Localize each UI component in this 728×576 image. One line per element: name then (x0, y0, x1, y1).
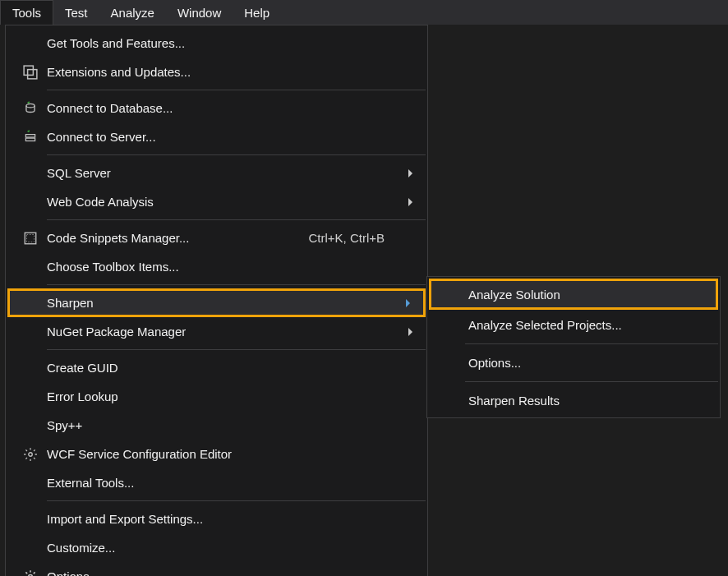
svg-point-2 (26, 104, 35, 108)
menu-separator (465, 343, 718, 344)
menu-item-spypp[interactable]: Spy++ (7, 411, 426, 440)
menu-item-extensions[interactable]: Extensions and Updates... (7, 58, 426, 86)
menu-label: External Tools... (45, 476, 403, 490)
menubar-label: Tools (12, 6, 41, 20)
menu-item-nuget[interactable]: NuGet Package Manager (7, 317, 426, 346)
tools-dropdown: Get Tools and Features... Extensions and… (5, 25, 428, 576)
menu-label: Get Tools and Features... (45, 36, 403, 50)
menu-separator (47, 90, 426, 90)
menubar-item-tools[interactable]: Tools (0, 0, 53, 25)
menubar-item-test[interactable]: Test (53, 0, 99, 25)
menubar-item-analyze[interactable]: Analyze (99, 0, 166, 25)
extensions-icon (16, 65, 45, 80)
menu-item-create-guid[interactable]: Create GUID (7, 353, 426, 382)
menu-item-options[interactable]: Options... (7, 562, 426, 576)
menubar: Tools Test Analyze Window Help (0, 0, 728, 25)
gear-outline-icon (16, 447, 45, 462)
menubar-label: Analyze (111, 6, 154, 20)
menu-label: Customize... (45, 541, 403, 555)
svg-rect-1 (28, 69, 37, 78)
gear-icon (16, 569, 45, 577)
menu-item-choose-toolbox[interactable]: Choose Toolbox Items... (7, 252, 426, 281)
menu-label: Connect to Server... (45, 130, 403, 144)
menubar-item-window[interactable]: Window (166, 0, 233, 25)
code-snippets-icon (16, 231, 45, 246)
svg-rect-0 (24, 66, 33, 75)
menu-item-sql-server[interactable]: SQL Server (7, 159, 426, 187)
server-connect-icon (16, 130, 45, 145)
menu-label: Extensions and Updates... (45, 65, 403, 79)
menu-label: Create GUID (45, 361, 403, 375)
menu-label: Analyze Solution (467, 288, 707, 302)
menu-item-import-export[interactable]: Import and Export Settings... (7, 505, 426, 533)
menu-label: Sharpen Results (467, 394, 710, 408)
menu-label: Options... (467, 356, 710, 370)
menubar-item-help[interactable]: Help (233, 0, 281, 25)
database-connect-icon (16, 101, 45, 116)
menubar-label: Test (65, 6, 88, 20)
submenu-arrow-icon (400, 299, 415, 307)
svg-point-7 (29, 452, 33, 456)
submenu-item-results[interactable]: Sharpen Results (429, 385, 718, 416)
menu-label: Sharpen (45, 296, 400, 310)
menu-label: Error Lookup (45, 389, 403, 403)
menu-label: Analyze Selected Projects... (467, 318, 710, 332)
submenu-item-analyze-selected[interactable]: Analyze Selected Projects... (429, 310, 718, 340)
menu-label: WCF Service Configuration Editor (45, 447, 403, 461)
menu-label: Connect to Database... (45, 101, 403, 115)
menubar-label: Window (177, 6, 221, 20)
submenu-arrow-icon (403, 169, 417, 177)
menu-item-connect-db[interactable]: Connect to Database... (7, 94, 426, 122)
svg-rect-6 (27, 234, 35, 242)
menu-label: NuGet Package Manager (45, 325, 403, 339)
menu-label: Web Code Analysis (45, 195, 403, 209)
menu-separator (47, 349, 426, 350)
menu-item-code-snippets[interactable]: Code Snippets Manager... Ctrl+K, Ctrl+B (7, 223, 426, 252)
menu-item-sharpen[interactable]: Sharpen (7, 288, 426, 317)
submenu-item-analyze-solution[interactable]: Analyze Solution (429, 279, 718, 310)
menu-separator (465, 381, 718, 382)
menu-shortcut: Ctrl+K, Ctrl+B (308, 231, 403, 245)
menu-label: Options... (45, 569, 403, 576)
menu-separator (47, 284, 426, 285)
menu-separator (47, 219, 426, 220)
menu-label: SQL Server (45, 166, 403, 180)
menu-item-connect-server[interactable]: Connect to Server... (7, 122, 426, 151)
menu-label: Spy++ (45, 418, 403, 432)
menu-item-get-tools[interactable]: Get Tools and Features... (7, 29, 426, 58)
menu-label: Choose Toolbox Items... (45, 260, 403, 274)
menu-separator (47, 500, 426, 501)
menu-label: Code Snippets Manager... (45, 231, 308, 245)
menu-item-external-tools[interactable]: External Tools... (7, 468, 426, 497)
menu-item-web-code-analysis[interactable]: Web Code Analysis (7, 187, 426, 216)
svg-rect-3 (25, 134, 35, 136)
sharpen-submenu: Analyze Solution Analyze Selected Projec… (426, 276, 721, 418)
submenu-arrow-icon (403, 198, 417, 206)
menu-item-customize[interactable]: Customize... (7, 533, 426, 562)
menu-item-error-lookup[interactable]: Error Lookup (7, 382, 426, 411)
submenu-arrow-icon (403, 328, 417, 336)
menu-item-wcf-editor[interactable]: WCF Service Configuration Editor (7, 440, 426, 468)
menubar-label: Help (244, 6, 270, 20)
svg-rect-4 (25, 138, 35, 141)
menu-label: Import and Export Settings... (45, 512, 403, 526)
menu-separator (47, 154, 426, 155)
submenu-item-options[interactable]: Options... (429, 348, 718, 378)
